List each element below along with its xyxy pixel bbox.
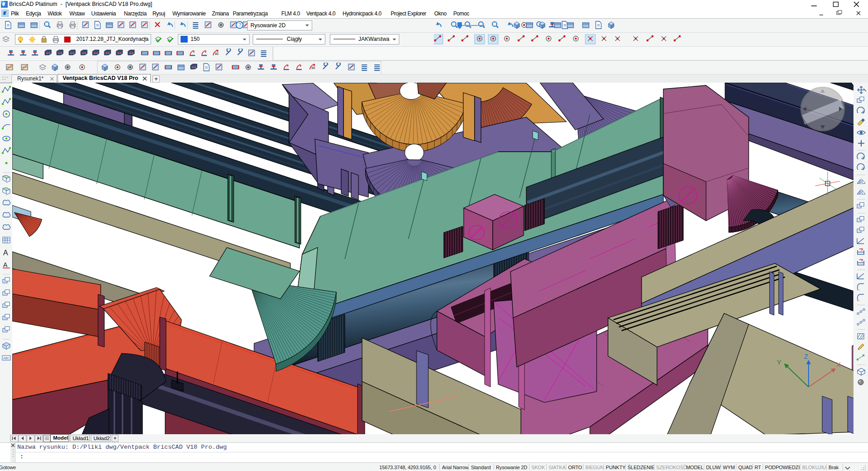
svg-text:A: A <box>3 249 8 257</box>
svg-text:90: 90 <box>215 52 218 56</box>
svg-text:ABC: ABC <box>3 357 10 360</box>
svg-text:Y: Y <box>777 358 781 366</box>
svg-text:?: ? <box>239 22 241 28</box>
svg-text:X: X <box>836 361 841 368</box>
svg-text:A: A <box>3 261 8 268</box>
svg-text:Z: Z <box>804 352 808 360</box>
